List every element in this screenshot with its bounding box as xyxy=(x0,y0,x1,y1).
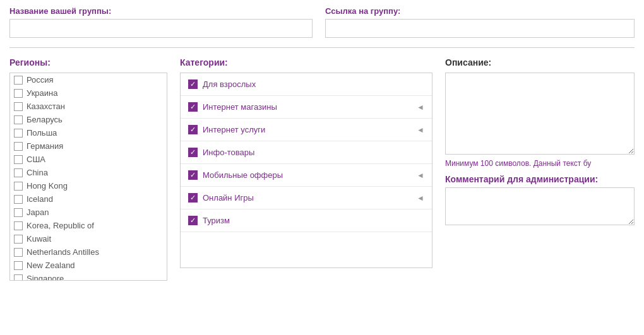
list-item[interactable]: Инфо-товары xyxy=(181,141,432,164)
regions-list-container[interactable]: РоссияУкраинаКазахстанБеларусьПольшаГерм… xyxy=(9,73,167,281)
description-label: Описание: xyxy=(445,57,635,68)
region-checkbox[interactable] xyxy=(14,195,23,204)
list-item[interactable]: Hong Kong xyxy=(10,179,167,192)
regions-column: Регионы: РоссияУкраинаКазахстанБеларусьП… xyxy=(9,57,167,281)
description-textarea[interactable] xyxy=(445,73,635,155)
region-name: China xyxy=(27,168,48,177)
list-item[interactable]: Онлайн Игры◄ xyxy=(181,187,432,209)
region-checkbox[interactable] xyxy=(14,129,23,138)
admin-comment-label: Комментарий для администрации: xyxy=(445,174,635,184)
group-link-label: Ссылка на группу: xyxy=(325,6,635,16)
category-name: Инфо-товары xyxy=(203,148,424,157)
category-checkbox[interactable] xyxy=(188,148,198,157)
list-item[interactable]: New Zealand xyxy=(10,259,167,272)
categories-list-container[interactable]: Для взрослыхИнтернет магазины◄Интернет у… xyxy=(180,73,432,268)
list-item[interactable]: Netherlands Antilles xyxy=(10,245,167,259)
description-column: Описание: Минимум 100 символов. Данный т… xyxy=(445,57,635,227)
main-section: Регионы: РоссияУкраинаКазахстанБеларусьП… xyxy=(9,57,635,281)
chevron-left-icon: ◄ xyxy=(417,171,424,180)
region-checkbox[interactable] xyxy=(14,261,23,270)
list-item[interactable]: Россия xyxy=(10,73,167,86)
region-name: Japan xyxy=(27,208,49,217)
region-checkbox[interactable] xyxy=(14,248,23,257)
list-item[interactable]: Iceland xyxy=(10,192,167,206)
regions-list: РоссияУкраинаКазахстанБеларусьПольшаГерм… xyxy=(10,73,167,281)
region-name: Беларусь xyxy=(27,115,63,124)
categories-title: Категории: xyxy=(180,57,432,68)
category-name: Интернет магазины xyxy=(203,102,412,112)
list-item[interactable]: Для взрослых xyxy=(181,73,432,96)
chevron-left-icon: ◄ xyxy=(417,103,424,112)
region-checkbox[interactable] xyxy=(14,182,23,191)
region-name: Netherlands Antilles xyxy=(27,247,99,257)
list-item[interactable]: Интернет услуги◄ xyxy=(181,119,432,141)
region-name: Korea, Republic of xyxy=(27,221,94,230)
category-name: Для взрослых xyxy=(203,79,424,89)
region-name: Польша xyxy=(27,128,57,138)
list-item[interactable]: China xyxy=(10,166,167,179)
region-name: Hong Kong xyxy=(27,181,68,191)
category-name: Интернет услуги xyxy=(203,125,412,134)
region-checkbox[interactable] xyxy=(14,89,23,98)
region-checkbox[interactable] xyxy=(14,221,23,230)
group-name-input[interactable] xyxy=(9,19,313,38)
region-checkbox[interactable] xyxy=(14,76,23,85)
top-form: Название вашей группы: Ссылка на группу: xyxy=(9,6,635,48)
region-checkbox[interactable] xyxy=(14,102,23,111)
region-checkbox[interactable] xyxy=(14,168,23,177)
chevron-left-icon: ◄ xyxy=(417,194,424,203)
description-hint: Минимум 100 символов. Данный текст бу xyxy=(445,159,635,168)
region-name: New Zealand xyxy=(27,261,75,270)
region-name: Германия xyxy=(27,141,63,151)
region-checkbox[interactable] xyxy=(14,274,23,281)
list-item[interactable]: Kuwait xyxy=(10,232,167,245)
list-item[interactable]: Украина xyxy=(10,86,167,100)
list-item[interactable]: Германия xyxy=(10,139,167,153)
list-item[interactable]: Singapore xyxy=(10,272,167,281)
region-checkbox[interactable] xyxy=(14,155,23,164)
category-checkbox[interactable] xyxy=(188,170,198,180)
admin-comment-textarea[interactable] xyxy=(445,187,635,225)
region-name: Kuwait xyxy=(27,234,51,244)
list-item[interactable]: Japan xyxy=(10,206,167,219)
region-checkbox[interactable] xyxy=(14,208,23,217)
group-name-label: Название вашей группы: xyxy=(9,6,313,16)
list-item[interactable]: Интернет магазины◄ xyxy=(181,96,432,119)
group-link-field: Ссылка на группу: xyxy=(325,6,635,38)
region-name: США xyxy=(27,155,45,164)
list-item[interactable]: Korea, Republic of xyxy=(10,219,167,232)
group-name-field: Название вашей группы: xyxy=(9,6,313,38)
chevron-left-icon: ◄ xyxy=(417,126,424,134)
categories-column: Категории: Для взрослыхИнтернет магазины… xyxy=(180,57,432,268)
region-name: Singapore xyxy=(27,274,64,281)
regions-title: Регионы: xyxy=(9,57,167,68)
category-name: Мобильные офферы xyxy=(203,170,412,180)
list-item[interactable]: США xyxy=(10,153,167,166)
list-item[interactable]: Казахстан xyxy=(10,100,167,113)
list-item[interactable]: Мобильные офферы◄ xyxy=(181,164,432,187)
region-checkbox[interactable] xyxy=(14,235,23,244)
category-checkbox[interactable] xyxy=(188,125,198,134)
region-name: Украина xyxy=(27,88,58,98)
region-name: Казахстан xyxy=(27,102,65,111)
region-checkbox[interactable] xyxy=(14,115,23,124)
list-item[interactable]: Беларусь xyxy=(10,113,167,126)
category-name: Туризм xyxy=(203,216,424,225)
category-checkbox[interactable] xyxy=(188,193,198,203)
category-checkbox[interactable] xyxy=(188,102,198,112)
category-checkbox[interactable] xyxy=(188,79,198,89)
list-item[interactable]: Туризм xyxy=(181,209,432,232)
category-checkbox[interactable] xyxy=(188,216,198,225)
region-checkbox[interactable] xyxy=(14,142,23,151)
list-item[interactable]: Польша xyxy=(10,126,167,139)
group-link-input[interactable] xyxy=(325,19,635,38)
region-name: Iceland xyxy=(27,194,53,204)
category-name: Онлайн Игры xyxy=(203,193,412,203)
page-wrapper: Название вашей группы: Ссылка на группу:… xyxy=(0,0,644,287)
region-name: Россия xyxy=(27,75,54,85)
